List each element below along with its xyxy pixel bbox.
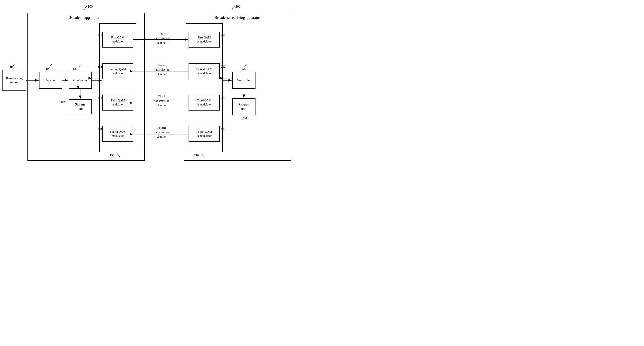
first-qam-mod-label: First QAM modulator: [111, 36, 124, 43]
output-unit-box: Output unit: [232, 98, 256, 115]
first-qam-mod-box: First QAM modulator: [102, 32, 133, 48]
broadcasting-station-box: Broadcasting station: [2, 70, 26, 91]
diagram: Headend apparatus Broadcast receiving ap…: [0, 0, 322, 173]
third-qam-demod-ref: 213: [221, 96, 226, 100]
controller-left-label: Controller: [73, 78, 87, 83]
second-qam-demod-box: Second QAM demodulator: [188, 63, 220, 79]
broadcast-receiving-label: Broadcast receiving apparatus: [186, 15, 289, 20]
receiver-ref: 110: [44, 67, 48, 71]
ch4-label: Fourth transmission channel: [139, 126, 184, 139]
ch2-text: Second transmission channel: [154, 63, 170, 76]
third-qam-mod-label: Third QAM modulator: [111, 99, 125, 106]
ch3-text: Third transmission channel: [154, 95, 170, 107]
second-qam-demod-label: Second QAM demodulator: [196, 68, 212, 75]
third-qam-demod-box: Third QAM demodulator: [188, 95, 220, 111]
controller-right-ref: 220: [242, 67, 246, 71]
ref-100: 100: [88, 5, 93, 9]
second-qam-demod-ref: 212: [221, 65, 226, 69]
third-qam-demod-label: Third QAM demodulator: [197, 99, 212, 106]
broadcasting-station-ref: 10: [10, 66, 13, 69]
controller-right-box: Controller: [232, 72, 256, 89]
first-qam-demod-box: First QAM demodulator: [188, 32, 220, 48]
headend-apparatus-label: Headend apparatus: [53, 15, 116, 20]
storage-unit-label: Storage unit: [75, 102, 86, 111]
ch3-label: Third transmission channel: [139, 94, 184, 108]
broadcasting-station-label: Broadcasting station: [6, 76, 22, 85]
fourth-qam-demod-ref: 214: [221, 128, 226, 131]
ch2-label: Second transmission channel: [139, 63, 184, 76]
ch4-text: Fourth transmission channel: [154, 126, 170, 138]
controller-left-ref: 120: [73, 67, 77, 71]
third-qam-mod-ref: 133: [98, 96, 102, 100]
first-qam-demod-label: First QAM demodulator: [197, 36, 212, 43]
qam-group-ref: 130: [110, 154, 114, 157]
fourth-qam-mod-ref: 134: [98, 128, 102, 131]
output-unit-ref: 230: [242, 117, 247, 120]
demod-group-ref: 210: [194, 154, 199, 157]
storage-unit-box: Storage unit: [68, 99, 92, 114]
fourth-qam-demod-label: Fourth QAM demodulator: [196, 130, 212, 138]
receiver-box: Receiver: [39, 72, 62, 89]
first-qam-demod-ref: 211: [221, 33, 225, 37]
controller-right-label: Controller: [237, 78, 251, 83]
fourth-qam-mod-box: Fourth QAM modulator: [102, 126, 133, 142]
storage-unit-ref: 140: [59, 100, 64, 104]
second-qam-mod-ref: 132: [98, 65, 102, 69]
fourth-qam-mod-label: Fourth QAM modulator: [110, 130, 126, 138]
second-qam-mod-box: Second QAM modulator: [102, 63, 133, 79]
third-qam-mod-box: Third QAM modulator: [102, 95, 133, 111]
ch1-text: First transmission channel: [154, 32, 170, 44]
receiver-label: Receiver: [45, 78, 57, 83]
fourth-qam-demod-box: Fourth QAM demodulator: [188, 126, 220, 142]
output-unit-label: Output unit: [239, 102, 248, 111]
controller-left-box: Controller: [68, 72, 92, 89]
ref-200: 200: [236, 5, 240, 9]
first-qam-mod-ref: 131: [98, 33, 102, 37]
ch1-label: First transmission channel: [139, 32, 184, 45]
second-qam-mod-label: Second QAM modulator: [110, 68, 126, 75]
